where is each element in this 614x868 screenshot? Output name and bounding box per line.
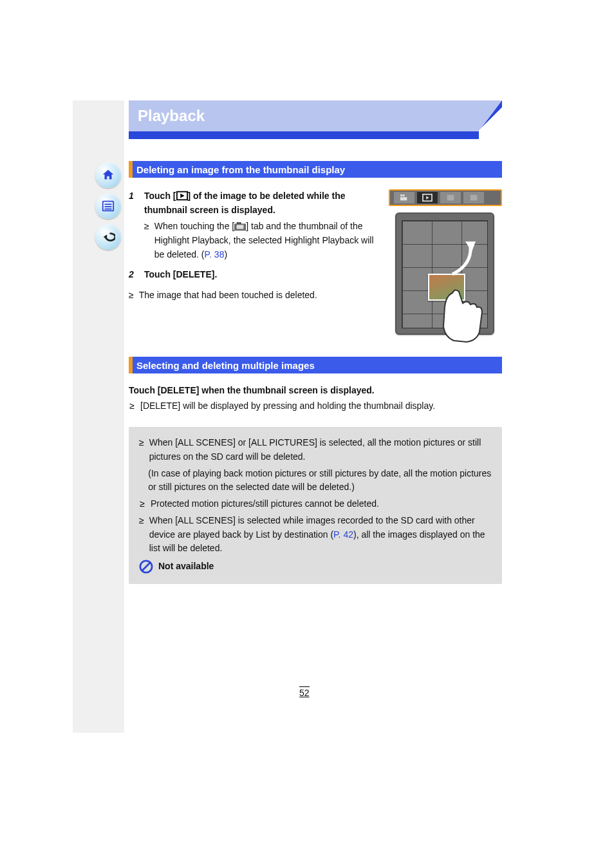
svg-point-9: [239, 222, 241, 225]
note-box: ≥When [ALL SCENES] or [ALL PICTURES] is …: [129, 427, 502, 584]
svg-marker-15: [426, 196, 429, 199]
page-number: 52: [299, 686, 310, 698]
not-available-icon: [139, 560, 153, 574]
play-icon: [422, 193, 433, 202]
thumbnail-illustration: [389, 189, 502, 335]
section-1-title: Deleting an image from the thumbnail dis…: [136, 164, 345, 175]
flick-arrow-icon: [446, 239, 478, 278]
step-1-body: Touch [] of the image to be deleted whil…: [144, 189, 381, 261]
section-1-header: Deleting an image from the thumbnail dis…: [129, 161, 502, 178]
step-1-number: 1: [129, 189, 139, 261]
chapter-title: Playback: [138, 107, 205, 125]
svg-point-8: [237, 222, 239, 225]
section-2-header: Selecting and deleting multiple images: [129, 357, 502, 373]
step-1-bullet: ≥: [144, 220, 149, 261]
not-available-row: Not available: [139, 560, 492, 574]
step-1-bullet-text: When touching the [] tab and the thumbna…: [154, 220, 381, 261]
svg-rect-17: [470, 195, 478, 201]
home-button[interactable]: [95, 162, 121, 188]
step-1-prefix: Touch [: [144, 191, 176, 201]
svg-line-20: [142, 562, 151, 571]
not-available-text: Not available: [158, 560, 214, 574]
chapter-banner: Playback: [129, 100, 502, 139]
hand-icon: [433, 287, 498, 344]
play-box-icon: [176, 191, 188, 201]
note-2: (In case of playing back motion pictures…: [148, 467, 492, 495]
step-2: 2 Touch [DELETE].: [129, 268, 381, 282]
section-2-intro: Touch [DELETE] when the thumbnail screen…: [129, 384, 502, 398]
tab-3[interactable]: [440, 192, 461, 203]
section-1-body: 1 Touch [] of the image to be deleted wh…: [129, 189, 502, 335]
left-sidebar: [73, 100, 124, 733]
tab-highlight[interactable]: [394, 192, 414, 203]
home-icon: [101, 168, 115, 182]
menu-icon: [101, 199, 115, 213]
svg-rect-16: [447, 195, 454, 201]
svg-marker-6: [180, 193, 184, 198]
step-2-note: ≥ The image that had been touched is del…: [129, 288, 381, 303]
note-4: When [ALL SCENES] is selected while imag…: [149, 514, 492, 556]
svg-point-11: [400, 194, 403, 197]
content-area: Playback Deleting an image from the thum…: [129, 100, 502, 584]
section-2-bullet-text: [DELETE] will be displayed by pressing a…: [140, 399, 435, 413]
step-2-note-text: The image that had been touched is delet…: [139, 288, 317, 303]
tab-play-selected[interactable]: [417, 192, 438, 203]
page-42-link[interactable]: P. 42: [333, 529, 353, 540]
page-38-link[interactable]: P. 38: [205, 249, 225, 259]
svg-rect-10: [237, 225, 244, 229]
step-2-text: Touch [DELETE].: [144, 268, 381, 282]
step-2-number: 2: [129, 268, 139, 282]
svg-rect-13: [400, 197, 407, 200]
section-1-text: 1 Touch [] of the image to be deleted wh…: [129, 189, 381, 335]
square-icon: [468, 193, 479, 202]
step-1: 1 Touch [] of the image to be deleted wh…: [129, 189, 381, 261]
square-icon: [445, 193, 456, 202]
page: Playback Deleting an image from the thum…: [0, 0, 614, 868]
highlight-tab-icon: [234, 221, 246, 231]
highlight-icon: [398, 193, 410, 202]
menu-button[interactable]: [95, 193, 121, 219]
device-mockup: [395, 212, 494, 335]
tab-4[interactable]: [463, 192, 484, 203]
back-button[interactable]: [95, 224, 121, 250]
note-1: When [ALL SCENES] or [ALL PICTURES] is s…: [149, 436, 492, 464]
section-2-title: Selecting and deleting multiple images: [136, 360, 315, 371]
svg-marker-4: [104, 234, 107, 239]
back-arrow-icon: [101, 230, 115, 244]
note-3: Protected motion pictures/still pictures…: [151, 497, 379, 511]
section-2-body: Touch [DELETE] when the thumbnail screen…: [129, 384, 502, 413]
svg-point-12: [402, 194, 405, 197]
playback-tabs: [389, 189, 502, 206]
